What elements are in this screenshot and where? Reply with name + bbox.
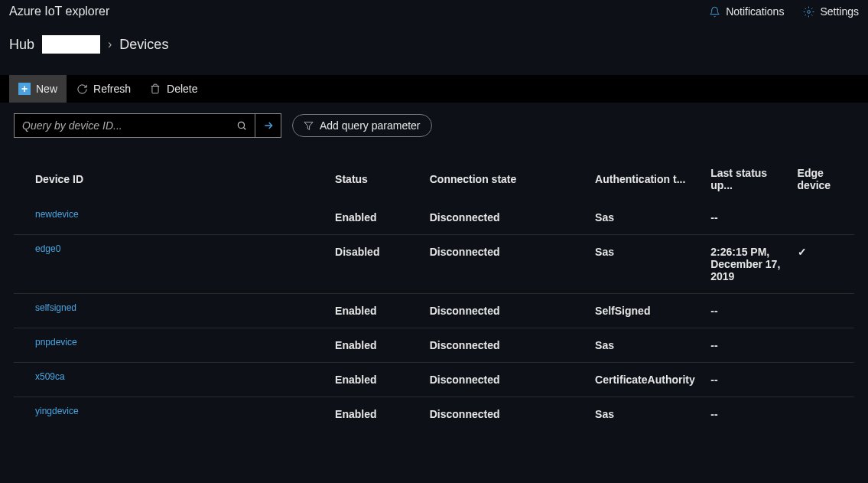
breadcrumb-devices: Devices [119, 37, 168, 53]
table-row: selfsignedEnabledDisconnectedSelfSigned-… [14, 294, 854, 328]
device-id-cell: newdevice [14, 201, 329, 235]
device-link[interactable]: selfsigned [35, 302, 76, 313]
notifications-label: Notifications [726, 5, 784, 18]
chevron-right-icon: › [108, 38, 112, 51]
settings-label: Settings [820, 5, 859, 18]
edge-cell [792, 328, 854, 363]
auth-cell: Sas [589, 328, 704, 363]
svg-point-0 [808, 10, 811, 13]
connection-cell: Disconnected [424, 294, 589, 328]
device-id-cell: selfsigned [14, 294, 329, 328]
header-actions: Notifications Settings [708, 5, 859, 18]
connection-cell: Disconnected [424, 201, 589, 235]
connection-cell: Disconnected [424, 397, 589, 432]
table-row: pnpdeviceEnabledDisconnectedSas-- [14, 328, 854, 363]
edge-cell [792, 201, 854, 235]
edge-cell [792, 397, 854, 432]
check-icon: ✓ [798, 246, 807, 258]
status-cell: Enabled [329, 363, 424, 397]
device-id-cell: yingdevice [14, 397, 329, 432]
trash-icon [149, 83, 161, 95]
device-id-cell: pnpdevice [14, 328, 329, 363]
filter-icon [304, 121, 314, 131]
app-title: Azure IoT explorer [9, 5, 109, 18]
last-update-cell: -- [704, 328, 791, 363]
edge-cell [792, 294, 854, 328]
devices-table: Device ID Status Connection state Authen… [14, 148, 854, 431]
device-link[interactable]: pnpdevice [35, 337, 77, 348]
search-button[interactable] [229, 114, 255, 137]
add-query-parameter-button[interactable]: Add query parameter [292, 114, 432, 137]
col-device-id[interactable]: Device ID [14, 148, 329, 201]
connection-cell: Disconnected [424, 363, 589, 397]
status-cell: Disabled [329, 235, 424, 294]
edge-cell [792, 363, 854, 397]
device-link[interactable]: edge0 [35, 243, 60, 254]
auth-cell: SelfSigned [589, 294, 704, 328]
refresh-button[interactable]: Refresh [67, 75, 140, 103]
submit-query-button[interactable] [255, 114, 281, 137]
table-row: newdeviceEnabledDisconnectedSas-- [14, 201, 854, 235]
plus-icon: + [18, 83, 31, 95]
auth-cell: Sas [589, 397, 704, 432]
toolbar: + New Refresh Delete [0, 75, 868, 103]
svg-point-1 [238, 122, 244, 128]
table-row: x509caEnabledDisconnectedCertificateAuth… [14, 363, 854, 397]
new-button[interactable]: + New [9, 75, 67, 103]
hub-label: Hub [9, 37, 34, 53]
delete-label: Delete [167, 83, 197, 95]
gear-icon [802, 5, 814, 18]
breadcrumb: Hub › Devices [0, 23, 868, 75]
refresh-label: Refresh [93, 83, 131, 95]
last-update-cell: -- [704, 294, 791, 328]
new-label: New [36, 83, 57, 95]
last-update-cell: -- [704, 363, 791, 397]
search-input[interactable] [15, 114, 229, 137]
connection-cell: Disconnected [424, 328, 589, 363]
device-link[interactable]: x509ca [35, 371, 65, 382]
col-auth-type[interactable]: Authentication t... [589, 148, 704, 201]
hub-name-redacted [42, 35, 100, 54]
col-last-update[interactable]: Last status up... [704, 148, 791, 201]
device-id-cell: x509ca [14, 363, 329, 397]
table-row: edge0DisabledDisconnectedSas2:26:15 PM, … [14, 235, 854, 294]
refresh-icon [76, 83, 88, 95]
auth-cell: Sas [589, 201, 704, 235]
table-row: yingdeviceEnabledDisconnectedSas-- [14, 397, 854, 432]
connection-cell: Disconnected [424, 235, 589, 294]
settings-button[interactable]: Settings [802, 5, 859, 18]
col-edge-device[interactable]: Edge device [792, 148, 854, 201]
status-cell: Enabled [329, 201, 424, 235]
add-query-parameter-label: Add query parameter [320, 119, 421, 132]
arrow-right-icon [262, 119, 275, 132]
device-link[interactable]: newdevice [35, 209, 79, 220]
search-wrap [14, 113, 281, 138]
col-connection-state[interactable]: Connection state [424, 148, 589, 201]
delete-button[interactable]: Delete [140, 75, 206, 103]
auth-cell: CertificateAuthority [589, 363, 704, 397]
query-row: Add query parameter [0, 103, 868, 148]
status-cell: Enabled [329, 328, 424, 363]
last-update-cell: 2:26:15 PM, December 17, 2019 [704, 235, 791, 294]
device-id-cell: edge0 [14, 235, 329, 294]
status-cell: Enabled [329, 294, 424, 328]
last-update-cell: -- [704, 201, 791, 235]
col-status[interactable]: Status [329, 148, 424, 201]
bell-icon [708, 5, 720, 18]
search-icon [236, 120, 247, 131]
header: Azure IoT explorer Notifications Setting… [0, 0, 868, 23]
edge-cell: ✓ [792, 235, 854, 294]
devices-table-wrap: Device ID Status Connection state Authen… [0, 148, 868, 431]
status-cell: Enabled [329, 397, 424, 432]
last-update-cell: -- [704, 397, 791, 432]
auth-cell: Sas [589, 235, 704, 294]
device-link[interactable]: yingdevice [35, 406, 79, 416]
notifications-button[interactable]: Notifications [708, 5, 784, 18]
